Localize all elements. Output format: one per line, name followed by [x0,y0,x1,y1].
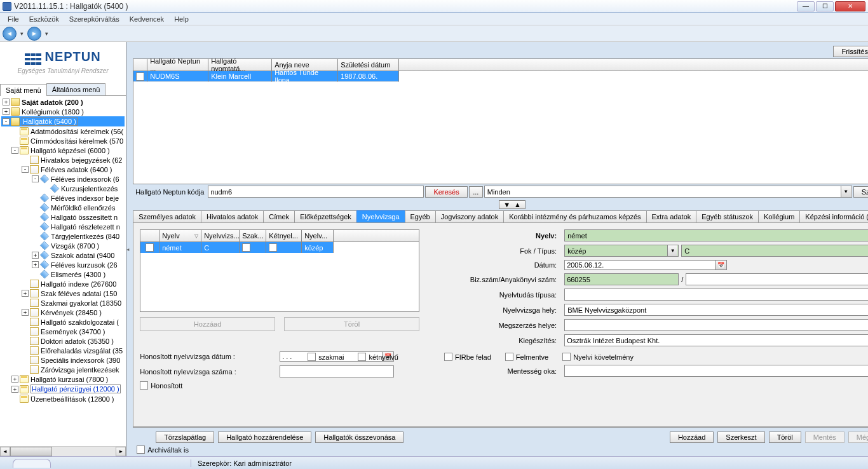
grid-header-check[interactable] [133,59,147,71]
tudast-select[interactable]: ▼ [564,289,868,301]
tree-node[interactable]: Speciális indexsorok (390 [41,357,120,364]
tree-collapse[interactable]: - [32,175,39,182]
hely-select[interactable]: BME Nyelvvizsgaközpont▼ [564,304,868,316]
tree-node[interactable]: Hallgató összesített n [51,214,118,221]
nav-forward-button[interactable]: ► [27,27,41,41]
calendar-icon[interactable]: 📅 [715,261,726,269]
filter-button[interactable]: Szűrés [853,186,868,198]
search-more-button[interactable]: ... [469,186,483,198]
mentes-button[interactable]: Mentés [805,432,844,443]
tree-node[interactable]: Üzenetbeállítások (12800 ) [31,395,114,403]
tab-cimek[interactable]: Címek [263,210,295,222]
scroll-thumb[interactable] [10,447,52,456]
refresh-button[interactable]: Frissítés [833,46,868,57]
grid-header-col[interactable]: Születési dátum [338,59,399,71]
tree-node[interactable]: Hallgató részletezett n [51,223,120,231]
tree-hscrollbar[interactable]: ◄ ► [0,446,126,456]
close-button[interactable]: ✕ [835,1,865,11]
search-button[interactable]: Keresés [425,186,467,198]
tree-expand[interactable]: + [11,376,18,383]
menu-roleswitch[interactable]: Szerepkörváltás [64,14,125,24]
tree-expand[interactable]: + [11,386,18,393]
tab-szemelyes[interactable]: Személyes adatok [133,210,201,222]
tab-hivatalos[interactable]: Hivatalos adatok [201,210,264,222]
grid-cell[interactable]: Klein Marcell [208,71,272,82]
tree-node[interactable]: Címmódosítási kérelmek (570 [31,137,123,145]
tree-collapse[interactable]: - [3,118,10,125]
tab-kollegium[interactable]: Kollégium [758,210,800,222]
tree-collapse[interactable]: - [22,166,29,173]
filter-select[interactable]: Minden ▼ [484,186,852,198]
menu-file[interactable]: File [3,14,24,24]
grid-cell[interactable]: Hantos Tünde Ilona [272,71,338,82]
tree-node[interactable]: Kérvények (28450 ) [41,309,102,316]
fok-select[interactable]: közép▼ [564,245,679,257]
nyelvikov-checkbox[interactable]: Nyelvi követelmény [562,353,634,361]
tree-node[interactable]: Doktori adatok (35350 ) [41,337,114,345]
tree-node[interactable]: Hallgató indexe (267600 [41,280,116,288]
felmentve-checkbox[interactable]: Felmentve [505,353,548,361]
tree-node[interactable]: Hallgató szakdolgozatai ( [41,318,119,326]
menu-favorites[interactable]: Kedvencek [125,14,169,24]
tree-node[interactable]: Adatmódosítási kérelmek (56( [31,128,123,135]
megsz-input[interactable] [564,319,868,331]
kieg-input[interactable] [564,334,868,346]
szakmai-checkbox[interactable]: szakmai [308,353,344,361]
mg-header-col[interactable]: Nyelvvizs... [201,230,240,241]
tab-kepzesi[interactable]: Képzési információ ( [799,210,868,222]
tipus-select[interactable]: C▼ [681,245,868,257]
tree-node[interactable]: Kurzusjelentkezés [61,185,118,193]
tree-expand[interactable]: + [22,309,29,316]
mg-cell[interactable] [240,242,266,253]
nav-back-dropdown[interactable]: ▾ [19,31,25,37]
grid-cell-check[interactable] [133,71,147,82]
tree-node[interactable]: Kollégiumok (1800 ) [22,108,84,116]
tree-node[interactable]: Féléves kurzusok (26 [51,261,118,269]
tab-egyeb[interactable]: Egyéb [405,210,436,222]
mg-cell[interactable] [266,242,302,253]
tree-node[interactable]: Záróvizsga jelentkezések [41,366,119,374]
ment-select[interactable]: ▼ [564,365,868,377]
splitter-handle[interactable]: ▼▲ [499,200,526,209]
fir-checkbox[interactable]: FIRbe felad [444,353,491,361]
grid-cell[interactable]: NUDM6S [147,71,208,82]
tree-node[interactable]: Vizsgák (8700 ) [51,242,99,250]
tree-node-hallgatok[interactable]: Hallgatók (5400 ) [22,117,78,126]
biz-input[interactable] [564,273,679,285]
tree-node[interactable]: Saját adatok (200 ) [22,99,83,106]
menu-tools[interactable]: Eszközök [24,14,64,24]
mg-cell-check[interactable] [140,242,159,253]
tab-elokepzettsegek[interactable]: Előképzettségek [294,210,357,222]
mg-cell[interactable]: közép [302,242,334,253]
torzslapatlag-button[interactable]: Törzslapátlag [156,432,214,443]
tree-node[interactable]: Elismerés (4300 ) [51,271,105,278]
megsem-button[interactable]: Mégsem [848,432,868,443]
tree-node[interactable]: Tárgyjelentkezés (840 [51,233,119,240]
tree-node-penzugyei[interactable]: Hallgató pénzügyei (12000 ) [31,384,121,393]
maximize-button[interactable]: ☐ [816,1,834,11]
tree-expand[interactable]: + [22,290,29,297]
nav-back-button[interactable]: ◄ [3,27,17,41]
tree-expand[interactable]: + [3,99,10,105]
grid-header-col[interactable]: Hallgató nyomtatá... [208,59,272,71]
honositott-checkbox[interactable]: Honosított [140,381,182,390]
tree-node[interactable]: Szak féléves adatai (150 [41,290,117,297]
search-input[interactable] [208,186,424,198]
nav-tree[interactable]: +Saját adatok (200 ) +Kollégiumok (1800 … [0,96,126,446]
tree-node[interactable]: Féléves indexsor beje [51,194,119,202]
datum-input[interactable]: 2005.06.12.📅 [564,260,727,270]
tab-nyelvvizsga[interactable]: Nyelvvizsga [356,210,405,222]
scroll-left-button[interactable]: ◄ [0,447,10,456]
hallgatok-osszevonasa-button[interactable]: Hallgatók összevonása [315,432,403,443]
tree-node[interactable]: Hivatalos bejegyzések (62 [41,156,122,164]
mg-header-col[interactable]: Szak... [240,230,266,241]
menu-help[interactable]: Help [169,14,194,24]
grid-header-col[interactable]: Hallgató Neptun ... [147,59,208,71]
grid-cell[interactable]: 1987.08.06. [338,71,399,82]
lang-del-button[interactable]: Töröl [284,317,419,331]
tree-node[interactable]: Hallgató képzései (6000 ) [31,147,110,154]
mg-header-check[interactable] [140,230,159,241]
tab-extra[interactable]: Extra adatok [646,210,697,222]
torol-button[interactable]: Töröl [769,432,801,443]
archivaltak-checkbox[interactable]: Archiváltak is [137,445,868,454]
